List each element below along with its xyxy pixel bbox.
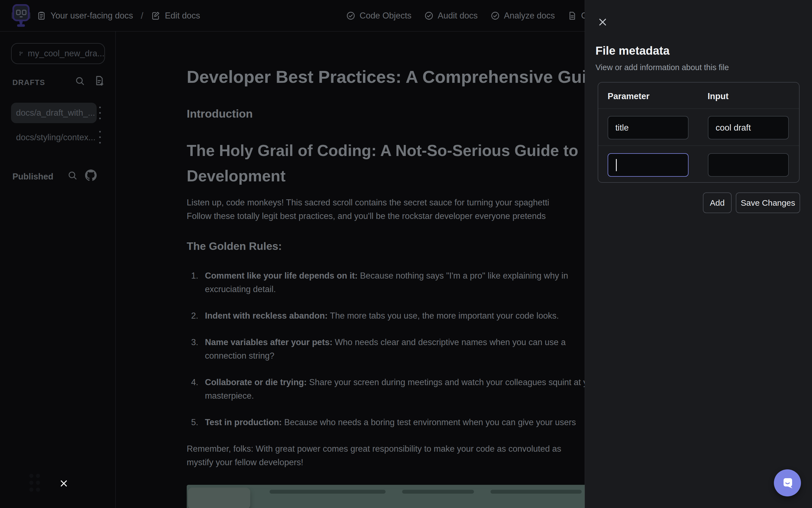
file-metadata-panel: File metadata View or add information ab…: [585, 0, 812, 508]
table-row-2-parameter-cell: [608, 153, 689, 177]
drag-dots-icon[interactable]: [29, 474, 41, 493]
value-input[interactable]: [708, 116, 789, 139]
panel-title: File metadata: [596, 44, 669, 57]
metadata-table: Parameter Input: [598, 82, 800, 183]
table-row-1-input-cell: [708, 116, 789, 139]
metadata-table-header: Parameter Input: [598, 83, 799, 109]
add-button[interactable]: Add: [703, 193, 732, 213]
column-header-parameter: Parameter: [608, 91, 650, 101]
column-header-input: Input: [707, 91, 729, 101]
value-input[interactable]: [708, 153, 789, 177]
table-row-1-parameter-cell: [608, 116, 689, 139]
save-changes-button[interactable]: Save Changes: [736, 193, 800, 213]
table-row-2-input-cell: [708, 153, 789, 177]
row-divider: [598, 145, 799, 146]
chat-launcher-button[interactable]: [774, 469, 801, 496]
text-cursor: [616, 159, 617, 171]
panel-subtitle: View or add information about this file: [596, 63, 729, 72]
chat-bubble-icon: [780, 476, 795, 490]
parameter-input[interactable]: [608, 116, 689, 139]
close-icon[interactable]: [59, 479, 68, 488]
parameter-input-focused[interactable]: [608, 153, 689, 177]
close-icon[interactable]: [598, 17, 608, 27]
